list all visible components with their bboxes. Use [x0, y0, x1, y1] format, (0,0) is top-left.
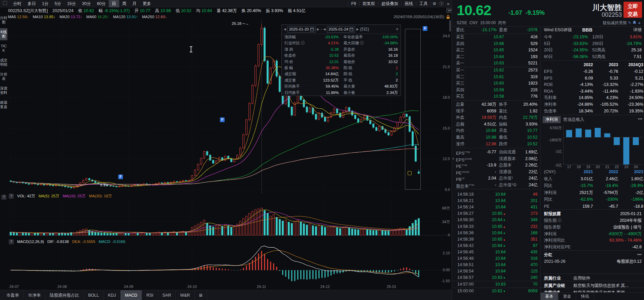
cell: 20日 [544, 47, 559, 54]
cell: 10.60 [472, 80, 504, 87]
cell: 22.79万 [512, 114, 538, 121]
date-range-label: 2024/07/09-2025/01/24(136日) [394, 14, 444, 19]
macd-axis-tick: 2.10 [434, 251, 450, 255]
next-date-arrow[interactable]: ▶ [356, 28, 359, 31]
period-tab-多日[interactable]: 多日 [25, 0, 39, 7]
period-tab-日[interactable]: 日 [109, 0, 119, 7]
panel-tab-资金[interactable]: 资金 [558, 293, 576, 300]
indicator-tab-陆股通持股占比[interactable]: 陆股通持股占比 [45, 290, 84, 300]
fin-table-row: EPS-0.26-0.76-0.12 [543, 68, 644, 75]
collapse-panel-icon[interactable]: » [452, 156, 454, 160]
indicator-tab-市净率[interactable]: 市净率 [24, 290, 46, 300]
panel-tab-快讯[interactable]: 快讯 [576, 293, 594, 300]
period-tab-周[interactable]: 周 [119, 0, 130, 7]
pencil-icon[interactable]: ✎ [628, 20, 631, 25]
period-tab-月[interactable]: 月 [129, 0, 140, 7]
trade-now-button[interactable]: 立即交易 [624, 2, 642, 18]
cell: 319 [509, 74, 538, 81]
profit-tab-营业总收入[interactable]: 营业总收入 [561, 116, 587, 123]
cell: 今年 [544, 34, 559, 41]
indicator-tab-W&R[interactable]: W&R [176, 290, 194, 300]
month-tick: 24-12 [320, 285, 330, 289]
flag-badge[interactable]: F [118, 174, 123, 179]
tool-button-超级叠加[interactable]: 超级叠加 [378, 0, 401, 7]
cell: 2.08亿 [517, 156, 538, 162]
period-tab-分时[interactable]: 分时 [10, 0, 25, 7]
info-field-均: 均 10.64 [196, 7, 212, 14]
period-tab-1分[interactable]: 1分 [39, 0, 51, 7]
cell: 振幅 [499, 121, 514, 128]
volume-pane[interactable] [7, 199, 452, 239]
tool-button-工具[interactable]: 工具 [416, 0, 431, 7]
prev-date-arrow[interactable]: ◀ [323, 28, 326, 31]
esg-detail-link[interactable]: 详情 [625, 27, 642, 34]
cell: -0.12 [620, 68, 643, 75]
panel-tab-基本[interactable]: 基本 [541, 293, 558, 300]
help-icon[interactable]: ? [9, 239, 14, 244]
period-tab-30分[interactable]: 30分 [79, 0, 94, 7]
indicator-tabs: 市盈率市净率陆股通持股占比BOLLKDJMACDRSISARW&R⊞ [0, 290, 452, 300]
macd-pane[interactable] [7, 245, 452, 285]
from-date-picker[interactable]: 2025-01-20 [287, 26, 316, 33]
profit-tabs: 净利润营业总收入••• [543, 116, 644, 123]
cell: -6300万 - -4900万 [581, 231, 642, 238]
cell: 买一 [456, 67, 469, 74]
cell: 1923 [509, 80, 538, 87]
period-tab-15分[interactable]: 15分 [64, 0, 79, 7]
chart-scrollbar[interactable] [449, 20, 451, 32]
cell: 15:00:00 [457, 288, 477, 295]
up-arrow-icon: ▲ [503, 226, 506, 229]
indicator-tab-RSI[interactable]: RSI [142, 290, 158, 300]
legend-part: MA(10): 25万 [63, 194, 86, 199]
close-icon[interactable]: × [396, 27, 399, 32]
indicator-tab-MACD[interactable]: MACD [121, 290, 142, 300]
next-date-arrow[interactable]: ▶ [317, 28, 319, 31]
cell: 2.04 [473, 175, 496, 182]
tool-button-F9[interactable]: F9 [348, 0, 359, 7]
cell: 10.65▲ [482, 223, 506, 230]
help-icon[interactable]: ? [439, 1, 444, 6]
period-tab-更多[interactable]: 更多 [140, 0, 154, 7]
add-indicator-icon[interactable]: ⊞ [195, 290, 207, 300]
profit-tab-净利润[interactable]: 净利润 [543, 116, 561, 123]
report-row: 报告类型业绩预告 | 续亏 [543, 224, 644, 231]
cell: 换手 [499, 101, 514, 108]
quote-panel: 10.62 -1.07 -9.15% 川大智胜 002253 立即交易 SZSE… [452, 0, 644, 300]
range-tooltip-header: ◀ 2025-01-20 ▶ - ◀ 2025-01-24 ▶ (5日) × [282, 25, 401, 34]
tool-button-画线[interactable]: 画线 [402, 0, 416, 7]
help-circle-icon: ? [360, 41, 364, 45]
indicator-tab-SAR[interactable]: SAR [158, 290, 176, 300]
gear-icon[interactable]: ⚙ [431, 1, 438, 6]
ma-legend-MA250: MA250 12.60↓ [142, 14, 167, 19]
indicator-tab-BOLL[interactable]: BOLL [84, 290, 104, 300]
period-tab-5分[interactable]: 5分 [51, 0, 64, 7]
cell: 均价 [456, 128, 469, 134]
range-selection-box[interactable] [405, 29, 421, 190]
flag-badge[interactable]: F [423, 26, 427, 31]
month-tick: 25-01 [387, 285, 396, 289]
cell: 卖二 [456, 54, 469, 60]
flag-badge[interactable]: F [220, 117, 225, 122]
plus-icon[interactable]: ＋ [637, 20, 641, 25]
bell-icon[interactable] [633, 20, 636, 24]
info-field-收: 收 10.62 [78, 7, 94, 14]
price-axis-tick: 12.0 [434, 157, 450, 161]
cell: 同比 [544, 196, 564, 203]
range-tooltip: ◀ 2025-01-20 ▶ - ◀ 2025-01-24 ▶ (5日) × 涨… [281, 24, 401, 96]
app-menu-icon[interactable] [0, 0, 10, 7]
period-tab-60分[interactable]: 60分 [94, 0, 109, 7]
indicator-tab-市盈率[interactable]: 市盈率 [2, 290, 24, 300]
cell: 净利率 [544, 101, 564, 108]
to-date-picker[interactable]: 2025-01-24 [327, 26, 355, 33]
tool-button-前复权[interactable]: 前复权 [360, 0, 378, 7]
more-icon[interactable]: » [445, 1, 452, 6]
more-dots-icon[interactable]: ••• [628, 252, 642, 258]
tooltip-row: 涨跌幅-33.63%年化收益率-100.00% [282, 34, 401, 40]
help-icon[interactable]: ? [9, 194, 14, 199]
report-row: 净利润对应PE-42.8 [543, 244, 644, 251]
cell: -24.95% [559, 47, 588, 54]
indicator-tab-KDJ[interactable]: KDJ [103, 290, 121, 300]
more-dots-icon[interactable]: ••• [638, 116, 642, 123]
prev-date-arrow[interactable]: ◀ [284, 28, 286, 31]
cell: 14:56:30 [457, 217, 477, 223]
